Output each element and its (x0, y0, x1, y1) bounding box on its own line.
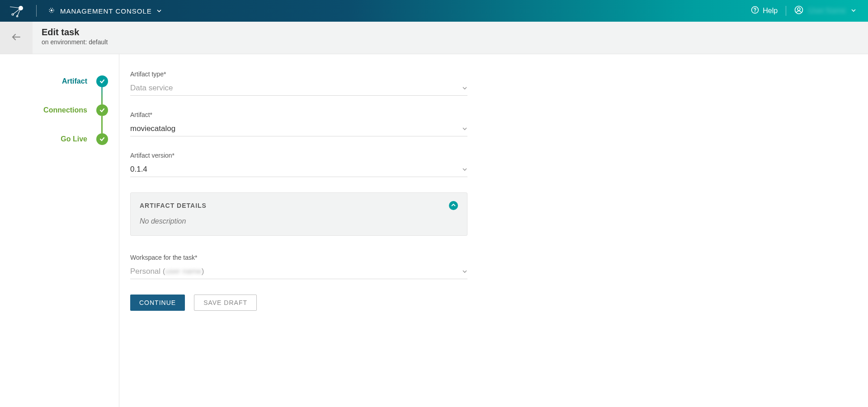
console-target-icon (47, 6, 56, 16)
subheader-titles: Edit task on environment: default (33, 22, 117, 54)
chevron-down-icon (156, 7, 162, 15)
artifact-details-panel: ARTIFACT DETAILS No description (130, 192, 467, 236)
console-picker[interactable]: MANAGEMENT CONSOLE (47, 6, 162, 16)
select-value: moviecatalog (130, 124, 175, 133)
form: Artifact type* Data service Artifact* mo… (119, 54, 868, 407)
stepper: Artifact Connections Go Live (0, 54, 119, 407)
back-button[interactable] (0, 22, 33, 54)
field-workspace: Workspace for the task* Personal (user n… (130, 254, 467, 279)
panel-header: ARTIFACT DETAILS (140, 201, 458, 210)
form-actions: CONTINUE SAVE DRAFT (130, 295, 868, 311)
collapse-button[interactable] (449, 201, 458, 210)
workspace-select: Personal (user name) (130, 264, 467, 279)
app-logo-icon (8, 5, 25, 17)
select-value: Data service (130, 84, 173, 93)
step-status-icon (96, 75, 108, 87)
body: Artifact Connections Go Live Artifact ty… (0, 54, 868, 407)
page-subtitle: on environment: default (42, 38, 108, 46)
chevron-down-icon (462, 126, 467, 131)
field-artifact-type: Artifact type* Data service (130, 70, 467, 96)
artifact-version-select[interactable]: 0.1.4 (130, 162, 467, 177)
chevron-down-icon (462, 269, 467, 274)
step-connections[interactable]: Connections (0, 96, 108, 125)
step-artifact[interactable]: Artifact (0, 67, 108, 96)
arrow-left-icon (11, 32, 22, 44)
step-connector (101, 87, 103, 104)
top-right: Help User Name (751, 5, 868, 16)
save-draft-button[interactable]: SAVE DRAFT (194, 295, 257, 311)
brand-area: MANAGEMENT CONSOLE (8, 5, 162, 17)
console-picker-label: MANAGEMENT CONSOLE (60, 7, 152, 15)
step-label: Connections (43, 106, 87, 114)
svg-point-7 (51, 9, 52, 11)
user-icon (794, 5, 803, 16)
topbar: MANAGEMENT CONSOLE Help (0, 0, 868, 22)
panel-body: No description (140, 217, 458, 225)
step-status-icon (96, 133, 108, 145)
top-right-separator (786, 6, 786, 16)
svg-point-9 (755, 11, 755, 12)
svg-point-11 (797, 8, 800, 10)
subheader: Edit task on environment: default (0, 22, 868, 54)
chevron-down-icon (851, 7, 856, 15)
user-name: User Name (807, 7, 847, 15)
help-link[interactable]: Help (751, 6, 778, 16)
chevron-down-icon (462, 167, 467, 172)
field-label: Artifact version* (130, 152, 467, 159)
chevron-up-icon (451, 201, 456, 210)
step-label: Artifact (62, 77, 87, 85)
step-connector (101, 116, 103, 133)
field-artifact-version: Artifact version* 0.1.4 (130, 152, 467, 177)
select-value: 0.1.4 (130, 165, 147, 174)
field-label: Artifact type* (130, 70, 467, 78)
user-menu[interactable]: User Name (794, 5, 856, 16)
artifact-type-select: Data service (130, 80, 467, 96)
panel-title: ARTIFACT DETAILS (140, 202, 207, 209)
field-artifact: Artifact* moviecatalog (130, 111, 467, 136)
artifact-select[interactable]: moviecatalog (130, 121, 467, 136)
step-go-live[interactable]: Go Live (0, 125, 108, 154)
page-title: Edit task (42, 27, 108, 37)
field-label: Workspace for the task* (130, 254, 467, 261)
brand-separator (36, 5, 37, 17)
step-status-icon (96, 104, 108, 116)
chevron-down-icon (462, 85, 467, 91)
help-label: Help (763, 7, 778, 15)
step-label: Go Live (61, 135, 87, 143)
continue-button[interactable]: CONTINUE (130, 295, 185, 311)
select-value: Personal (user name) (130, 267, 204, 276)
svg-point-10 (795, 6, 803, 14)
field-label: Artifact* (130, 111, 467, 118)
help-icon (751, 6, 759, 16)
